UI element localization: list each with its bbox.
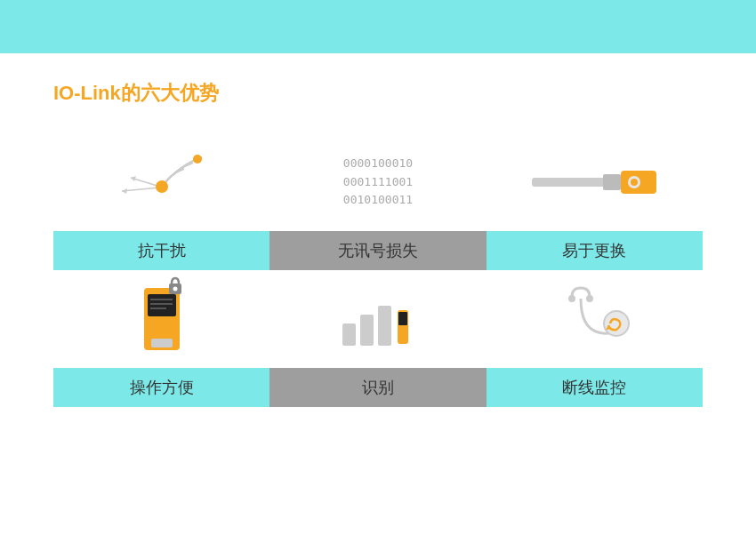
nosignal-icon: 0000100010 0001111001 0010100011	[343, 155, 413, 210]
replace-icon	[527, 160, 661, 204]
label-recognition: 识别	[269, 368, 486, 407]
svg-rect-20	[360, 315, 374, 346]
svg-line-0	[131, 178, 160, 187]
binary-line-1: 0000100010	[343, 155, 413, 173]
svg-rect-21	[378, 306, 391, 346]
feature-monitor: 断线监控	[487, 270, 703, 407]
svg-line-1	[122, 188, 160, 191]
svg-point-4	[156, 180, 168, 193]
feature-operation: 操作方便	[53, 270, 269, 407]
feature-nosignal: 0000100010 0001111001 0010100011 无讯号损失	[269, 133, 486, 270]
icon-area-monitor	[487, 270, 703, 368]
svg-rect-6	[532, 178, 612, 187]
label-antijam: 抗干扰	[53, 231, 269, 270]
svg-point-26	[604, 311, 629, 336]
svg-point-18	[173, 287, 177, 291]
label-replace: 易于更换	[487, 231, 703, 270]
svg-point-10	[631, 179, 638, 186]
main-content: IO-Link的六大优势	[0, 53, 756, 425]
icon-area-operation	[53, 270, 269, 368]
icon-area-recognition	[269, 270, 486, 368]
feature-antijam: 抗干扰	[53, 133, 269, 270]
svg-rect-16	[151, 339, 173, 347]
binary-line-3: 0010100011	[343, 191, 413, 210]
svg-rect-23	[398, 312, 407, 325]
page-title: IO-Link的六大优势	[53, 80, 703, 107]
label-operation: 操作方便	[53, 368, 269, 407]
svg-point-24	[568, 295, 575, 302]
svg-rect-19	[342, 323, 356, 346]
binary-line-2: 0001111001	[343, 173, 413, 192]
features-grid: 抗干扰 0000100010 0001111001 0010100011 无讯号…	[53, 133, 703, 407]
label-nosignal: 无讯号损失	[269, 231, 486, 270]
svg-rect-12	[148, 294, 176, 316]
feature-replace: 易于更换	[487, 133, 703, 270]
svg-marker-3	[122, 188, 127, 194]
icon-area-replace	[487, 133, 703, 231]
icon-area-nosignal: 0000100010 0001111001 0010100011	[269, 133, 486, 231]
svg-point-25	[586, 295, 593, 302]
svg-point-5	[193, 155, 202, 164]
monitor-icon	[550, 279, 639, 359]
icon-area-antijam	[53, 133, 269, 231]
recognition-icon	[325, 283, 431, 355]
label-monitor: 断线监控	[487, 368, 703, 407]
feature-recognition: 识别	[269, 270, 486, 407]
antijam-icon	[104, 147, 220, 218]
top-bar	[0, 0, 756, 53]
svg-rect-7	[603, 174, 621, 190]
operation-icon	[126, 275, 197, 363]
